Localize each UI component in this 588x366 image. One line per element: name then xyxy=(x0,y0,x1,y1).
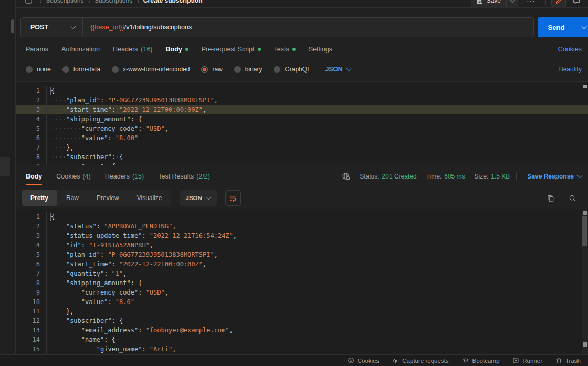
footer-bootcamp-button[interactable]: Bootcamp xyxy=(462,357,500,364)
cookies-link[interactable]: Cookies xyxy=(558,46,582,53)
response-tab-headers[interactable]: Headers(15) xyxy=(105,168,144,185)
pencil-icon xyxy=(555,0,562,4)
response-tab-body[interactable]: Body xyxy=(26,168,42,185)
save-button[interactable]: Save xyxy=(471,0,519,7)
scrollbar-thumb[interactable] xyxy=(582,216,587,246)
view-segmented-control: Pretty Raw Preview Visualize xyxy=(22,190,171,206)
footer-trash-button[interactable]: Trash xyxy=(555,357,581,364)
send-split-button: Send xyxy=(538,17,588,37)
code-line-13: 13 "email_address": "foobuyer@example.co… xyxy=(16,326,588,335)
breadcrumb[interactable]: /Subscriptions /Subscriptions /Create su… xyxy=(37,0,203,4)
view-preview[interactable]: Preview xyxy=(88,190,128,206)
response-tab-test-results[interactable]: Test Results(2/2) xyxy=(158,168,210,185)
view-raw[interactable]: Raw xyxy=(57,190,88,206)
radio-icon[interactable] xyxy=(26,66,33,73)
edit-button[interactable] xyxy=(551,0,566,7)
mode-none[interactable]: none xyxy=(26,66,51,73)
line-number: 8 xyxy=(16,152,40,162)
request-editor-scrollbar[interactable] xyxy=(582,82,588,165)
comment-button[interactable] xyxy=(569,0,584,7)
sidebar-scrollbar-thumb[interactable] xyxy=(11,19,14,33)
line-number: 4 xyxy=(16,114,40,124)
trash-icon xyxy=(555,357,562,364)
tab-settings[interactable]: Settings xyxy=(309,46,332,53)
line-number: 14 xyxy=(16,335,40,344)
code-line-4: 4 "id": "I-91STA52ANPRH", xyxy=(16,240,588,250)
code-line-10: 10 "value": "8.0" xyxy=(16,297,588,307)
request-url-row: POST {{base_url}}/v1/billing/subscriptio… xyxy=(16,8,588,40)
scrollbar-thumb[interactable] xyxy=(583,85,587,88)
tab-headers[interactable]: Headers(16) xyxy=(113,46,152,53)
footer-cookies-button[interactable]: Cookies xyxy=(348,357,380,364)
request-body-editor[interactable]: 1{2····"plan_id":·"P-0GG77239J95013838MO… xyxy=(16,81,588,165)
divider xyxy=(516,172,517,181)
network-globe-lock-icon[interactable] xyxy=(342,172,350,181)
code-line-7: 7 "quantity": "1", xyxy=(16,269,588,278)
beautify-link[interactable]: Beautify xyxy=(559,66,582,73)
wrap-lines-button[interactable] xyxy=(225,190,241,206)
method-selector[interactable]: POST xyxy=(21,18,83,37)
code-line-4: 4····"shipping_amount":·{ xyxy=(16,114,588,124)
radio-icon[interactable] xyxy=(62,66,69,73)
mode-graphql[interactable]: GraphQL xyxy=(274,66,310,73)
request-code-lines[interactable]: 1{2····"plan_id":·"P-0GG77239J95013838MO… xyxy=(16,86,588,165)
code-line-8: 8 "shipping_amount": { xyxy=(16,278,588,288)
search-icon[interactable] xyxy=(569,194,576,202)
more-actions-button[interactable]: ··· xyxy=(522,0,540,5)
mode-raw[interactable]: raw xyxy=(201,66,222,73)
tab-pre-request-script[interactable]: Pre-request Script xyxy=(202,46,261,53)
mode-form-data[interactable]: form-data xyxy=(62,66,100,73)
footer-capture-requests-button[interactable]: Capture requests xyxy=(392,357,448,364)
code-line-15: 15 "given_name": "Arti", xyxy=(16,344,588,354)
response-tab-cookies[interactable]: Cookies(4) xyxy=(56,168,90,185)
save-response-button[interactable]: Save Response xyxy=(527,173,582,180)
tab-authorization[interactable]: Authorization xyxy=(61,46,100,53)
code-line-5: 5········"currency_code":·"USD", xyxy=(16,124,588,133)
radio-icon[interactable] xyxy=(112,66,119,73)
save-icon xyxy=(476,0,483,4)
line-number: 1 xyxy=(16,86,40,96)
mode-binary[interactable]: binary xyxy=(234,66,262,73)
response-language-dropdown[interactable]: JSON xyxy=(180,190,217,206)
send-button[interactable]: Send xyxy=(538,17,575,37)
collapsed-sidebar[interactable] xyxy=(0,0,16,366)
scroll-down-button[interactable] xyxy=(583,342,587,347)
line-number: 3 xyxy=(16,105,40,114)
body-mode-row: none form-data x-www-form-urlencoded raw… xyxy=(16,58,588,80)
save-options-chevron[interactable] xyxy=(506,0,519,7)
line-number: 1 xyxy=(16,212,40,222)
code-line-5: 5 "plan_id": "P-0GG77239J95013838MORTSPI… xyxy=(16,250,588,259)
url-input[interactable]: {{base_url}}/v1/billing/subscriptions xyxy=(83,24,199,31)
page-title: Create subscription xyxy=(143,0,203,4)
response-view-row: Pretty Raw Preview Visualize JSON xyxy=(16,187,588,209)
response-body-viewer: 1{2 "status": "APPROVAL_PENDING",3 "stat… xyxy=(16,209,588,354)
response-meta: Status:201 Created Time:605 ms Size:1.5 … xyxy=(342,172,582,181)
wrap-text-icon xyxy=(229,194,237,202)
line-number: 10 xyxy=(16,297,40,307)
response-tabs: Body Cookies(4) Headers(15) Test Results… xyxy=(16,168,588,185)
radio-icon[interactable] xyxy=(234,66,241,73)
line-number: 2 xyxy=(16,96,40,105)
radio-icon[interactable] xyxy=(274,66,280,73)
line-number: 4 xyxy=(16,240,40,250)
tab-params[interactable]: Params xyxy=(26,46,48,53)
tab-body[interactable]: Body xyxy=(166,46,188,53)
view-pretty[interactable]: Pretty xyxy=(22,190,57,206)
line-number: 11 xyxy=(16,307,40,316)
request-language-dropdown[interactable]: JSON xyxy=(326,66,351,73)
send-options-chevron[interactable] xyxy=(575,17,588,37)
scroll-up-button[interactable] xyxy=(583,211,587,215)
line-number: 5 xyxy=(16,250,40,259)
line-number: 12 xyxy=(16,316,40,326)
code-line-11: 11 }, xyxy=(16,307,588,316)
copy-icon[interactable] xyxy=(547,194,554,202)
radio-selected-icon[interactable] xyxy=(201,66,208,73)
footer-runner-button[interactable]: Runner xyxy=(512,357,542,364)
view-visualize[interactable]: Visualize xyxy=(128,190,171,206)
divider xyxy=(545,0,546,5)
tab-tests[interactable]: Tests xyxy=(274,46,296,53)
code-line-8: 8····"subscriber":·{ xyxy=(16,152,588,162)
window-icon xyxy=(25,0,33,5)
response-scrollbar[interactable] xyxy=(582,209,588,354)
mode-x-www-form-urlencoded[interactable]: x-www-form-urlencoded xyxy=(112,66,190,73)
